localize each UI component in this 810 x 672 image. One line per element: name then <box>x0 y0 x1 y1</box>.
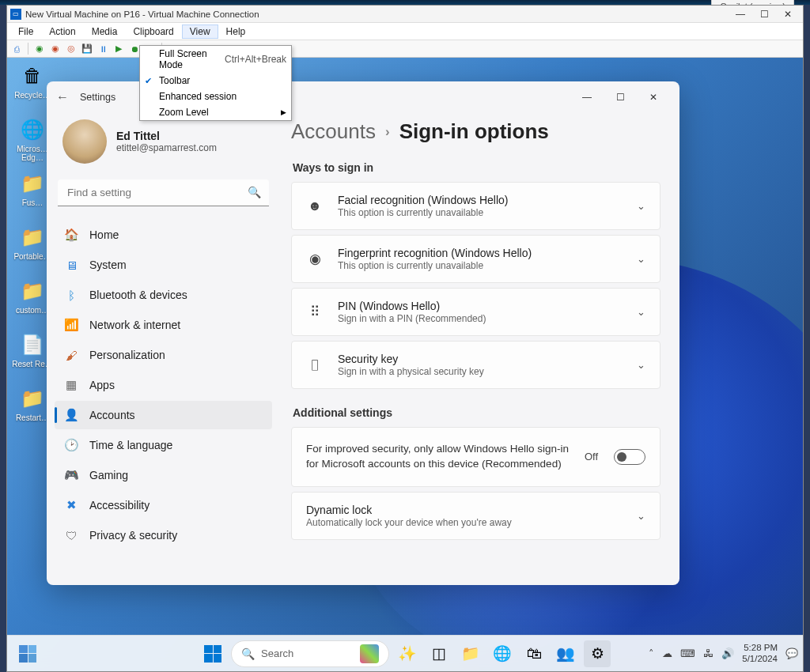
signin-desc: This option is currently unavailable <box>338 207 623 218</box>
menu-media[interactable]: Media <box>84 25 126 39</box>
dynamic-lock-title: Dynamic lock <box>306 504 623 516</box>
toggle-state: Off <box>585 451 598 462</box>
copilot-taskbar-icon[interactable]: ✨ <box>394 640 421 667</box>
sidebar-item-apps[interactable]: ▦Apps <box>55 371 272 399</box>
signin-option-row[interactable]: ◉Fingerprint recognition (Windows Hello)… <box>292 236 660 282</box>
signin-option-row[interactable]: ☻Facial recognition (Windows Hello)This … <box>292 183 660 229</box>
signin-option-row[interactable]: ⌷Security keySign in with a physical sec… <box>292 342 660 388</box>
task-view-icon[interactable]: ◫ <box>426 640 452 667</box>
hyperv-minimize-button[interactable]: — <box>729 9 752 20</box>
file-explorer-icon[interactable]: 📁 <box>457 640 484 667</box>
hyperv-toolbar: ⎙ ◉ ◉ ◎ 💾 ⏸ ▶ ⏺ ↶ ⊞ ⇲ <box>7 40 803 58</box>
hyperv-window: ▭ New Virtual Machine on P16 - Virtual M… <box>6 5 804 672</box>
volume-icon[interactable]: 🔊 <box>721 647 734 659</box>
input-icon[interactable]: ⌨ <box>680 647 695 659</box>
nav-label: Personalization <box>89 349 165 361</box>
signin-desc: This option is currently unavailable <box>338 260 623 271</box>
breadcrumb-accounts[interactable]: Accounts <box>291 119 376 144</box>
hello-only-text: For improved security, only allow Window… <box>306 442 572 472</box>
teams-icon[interactable]: 👥 <box>552 640 579 667</box>
sidebar-item-accounts[interactable]: 👤Accounts <box>55 401 272 429</box>
taskbar-search-text: Search <box>261 647 354 659</box>
dd-full-screen-shortcut: Ctrl+Alt+Break <box>225 54 286 65</box>
sidebar-item-bluetooth-devices[interactable]: ᛒBluetooth & devices <box>55 281 272 309</box>
user-profile[interactable]: Ed Tittel etittel@spamarrest.com <box>55 113 272 176</box>
hyperv-menubar: File Action Media Clipboard View Help <box>7 23 803 40</box>
menu-file[interactable]: File <box>10 25 41 39</box>
store-icon[interactable]: 🛍 <box>520 640 547 667</box>
search-icon[interactable]: 🔍 <box>248 186 261 198</box>
edge-icon[interactable]: 🌐 <box>489 640 516 667</box>
tray-chevron-icon[interactable]: ˄ <box>649 647 654 659</box>
nav-icon: ▦ <box>64 378 78 392</box>
start-button[interactable] <box>199 640 226 667</box>
nav-label: System <box>89 259 127 271</box>
settings-maximize-button[interactable]: ☐ <box>604 85 637 109</box>
check-icon: ✔ <box>145 76 152 86</box>
tb-ctrlaltdel-icon[interactable]: ⎙ <box>10 43 23 55</box>
sidebar-item-privacy-security[interactable]: 🛡Privacy & security <box>55 521 272 549</box>
toggle-switch[interactable] <box>614 449 645 465</box>
tb-pause-icon[interactable]: ⏸ <box>97 43 109 55</box>
user-email: etittel@spamarrest.com <box>116 142 217 153</box>
windows-hello-only-toggle-row[interactable]: For improved security, only allow Window… <box>292 428 660 486</box>
sidebar-item-personalization[interactable]: 🖌Personalization <box>55 341 272 369</box>
search-icon: 🔍 <box>241 647 255 660</box>
menu-action[interactable]: Action <box>41 25 83 39</box>
nav-icon: 🕑 <box>64 438 78 452</box>
notifications-icon[interactable]: 💬 <box>785 647 798 659</box>
view-dropdown: Full Screen Mode Ctrl+Alt+Break ✔ Toolba… <box>139 45 292 121</box>
network-icon[interactable]: 🖧 <box>703 647 713 659</box>
taskbar-search[interactable]: 🔍 Search <box>231 640 389 667</box>
sidebar-item-gaming[interactable]: 🎮Gaming <box>55 461 272 489</box>
nav-label: Accessibility <box>89 499 150 512</box>
sidebar-item-time-language[interactable]: 🕑Time & language <box>55 431 272 459</box>
tb-shutdown-icon[interactable]: ◎ <box>65 43 78 55</box>
dynamic-lock-row[interactable]: Dynamic lock Automatically lock your dev… <box>292 493 660 539</box>
system-tray[interactable]: ˄ ☁ ⌨ 🖧 🔊 5:28 PM 5/1/2024 💬 <box>649 643 798 663</box>
dd-enhanced[interactable]: Enhanced session <box>140 89 291 104</box>
sidebar-item-network-internet[interactable]: 📶Network & internet <box>55 311 272 339</box>
dd-zoom[interactable]: Zoom Level ▶ <box>140 104 291 120</box>
signin-option-row[interactable]: ⠿PIN (Windows Hello)Sign in with a PIN (… <box>292 289 660 335</box>
signin-desc: Sign in with a physical security key <box>338 366 623 377</box>
tb-turnoff-icon[interactable]: ◉ <box>49 43 62 55</box>
nav-icon: 🎮 <box>64 468 78 482</box>
search-highlight-icon <box>360 644 379 663</box>
settings-taskbar-icon[interactable]: ⚙ <box>584 640 611 667</box>
hyperv-maximize-button[interactable]: ☐ <box>752 9 776 20</box>
dd-toolbar[interactable]: ✔ Toolbar <box>140 73 291 89</box>
chevron-down-icon: ⌄ <box>637 306 645 318</box>
widgets-button[interactable] <box>13 640 42 668</box>
taskbar-clock[interactable]: 5:28 PM 5/1/2024 <box>742 643 778 663</box>
back-button[interactable]: ← <box>56 90 80 104</box>
signin-icon: ☻ <box>306 198 324 214</box>
dd-full-screen-label: Full Screen Mode <box>159 48 225 70</box>
settings-close-button[interactable]: ✕ <box>637 85 670 109</box>
tb-start-icon[interactable]: ◉ <box>33 43 46 55</box>
menu-clipboard[interactable]: Clipboard <box>125 25 181 39</box>
section-additional-settings: Additional settings <box>293 406 660 419</box>
signin-title: Fingerprint recognition (Windows Hello) <box>338 247 623 259</box>
tb-reset-icon[interactable]: ▶ <box>112 43 125 55</box>
nav-label: Gaming <box>89 469 128 481</box>
nav-icon: 🖥 <box>64 258 78 272</box>
dd-full-screen[interactable]: Full Screen Mode Ctrl+Alt+Break <box>140 46 291 73</box>
signin-title: Facial recognition (Windows Hello) <box>338 194 623 206</box>
sidebar-item-home[interactable]: 🏠Home <box>55 221 272 249</box>
menu-view[interactable]: View <box>182 25 218 39</box>
settings-search-input[interactable] <box>58 179 269 206</box>
chevron-down-icon: ⌄ <box>637 253 645 265</box>
dd-enhanced-label: Enhanced session <box>159 91 237 102</box>
hyperv-icon: ▭ <box>10 9 21 20</box>
settings-main: Accounts › Sign-in options Ways to sign … <box>280 113 679 585</box>
sidebar-item-system[interactable]: 🖥System <box>55 251 272 279</box>
settings-minimize-button[interactable]: — <box>570 85 604 109</box>
nav-icon: 🛡 <box>64 528 78 542</box>
tb-save-icon[interactable]: 💾 <box>81 43 93 55</box>
onedrive-icon[interactable]: ☁ <box>662 647 672 659</box>
hyperv-close-button[interactable]: ✕ <box>776 9 800 20</box>
menu-help[interactable]: Help <box>218 25 254 39</box>
sidebar-item-accessibility[interactable]: ✖Accessibility <box>55 491 272 519</box>
avatar <box>62 119 107 164</box>
